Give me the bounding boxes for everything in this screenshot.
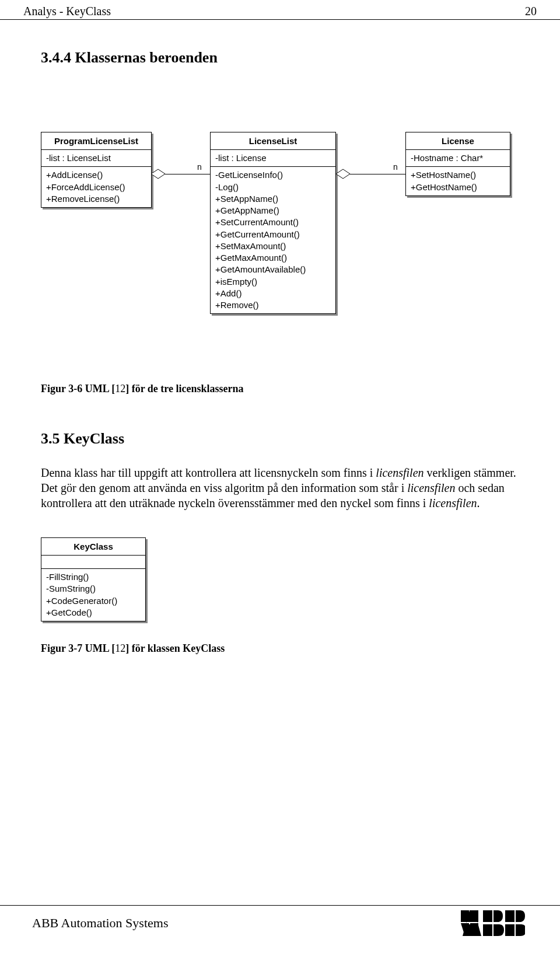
uml-operations: -FillString()-SumString()+CodeGenerator(…: [41, 569, 145, 621]
uml-line: +GetCurrentAmount(): [215, 229, 331, 240]
uml-line: +GetMaxAmount(): [215, 252, 331, 264]
aggregation-diamond-icon: [151, 169, 165, 179]
figure-caption-3-6: Figur 3-6 UML [12] för de tre licensklas…: [41, 383, 531, 395]
uml-class-programlicenselist: ProgramLicenseList -list : LicenseList +…: [41, 132, 152, 208]
uml-line: +GetAmountAvailable(): [215, 264, 331, 275]
uml-title: License: [406, 132, 510, 150]
section-heading-3-4-4: 3.4.4 Klassernas beroenden: [41, 49, 531, 67]
header-left: Analys - KeyClass: [23, 5, 111, 18]
uml-diagram-3-6: ProgramLicenseList -list : LicenseList +…: [41, 90, 531, 376]
uml-line: +RemoveLicense(): [46, 193, 146, 205]
uml-line: +GetCode(): [46, 607, 141, 619]
uml-connector: [165, 174, 210, 174]
uml-line: +SetCurrentAmount(): [215, 216, 331, 228]
uml-class-licenselist: LicenseList -list : License -GetLicenseI…: [210, 132, 336, 314]
page: Analys - KeyClass 20 3.4.4 Klassernas be…: [0, 0, 560, 957]
uml-class-keyclass: KeyClass -FillString()-SumString()+CodeG…: [41, 537, 146, 621]
caption-ref-number: 12: [115, 383, 125, 394]
uml-line: +Remove(): [215, 299, 331, 311]
uml-title: ProgramLicenseList: [41, 132, 151, 150]
multiplicity-label: n: [393, 162, 398, 172]
para-italic: licensfilen: [429, 497, 477, 509]
uml-line: +SetMaxAmount(): [215, 240, 331, 252]
uml-line: -list : License: [215, 152, 331, 164]
uml-line: +GetHostName(): [411, 181, 505, 193]
uml-line: -GetLicenseInfo(): [215, 169, 331, 181]
svg-marker-1: [336, 169, 350, 179]
footer-text: ABB Automation Systems: [32, 916, 168, 931]
uml-title: KeyClass: [41, 538, 145, 556]
aggregation-diamond-icon: [336, 169, 350, 179]
uml-connector: [350, 174, 405, 174]
uml-attributes: -list : LicenseList: [41, 150, 151, 167]
page-header: Analys - KeyClass 20: [0, 0, 560, 20]
para-italic: licensfilen: [407, 481, 455, 494]
section-heading-3-5: 3.5 KeyClass: [41, 430, 531, 448]
uml-line: +Add(): [215, 288, 331, 299]
header-page-number: 20: [525, 5, 537, 18]
svg-marker-0: [151, 169, 165, 179]
uml-line: -list : LicenseList: [46, 152, 146, 164]
uml-line: -Log(): [215, 181, 331, 193]
uml-class-license: License -Hostname : Char* +SetHostName()…: [405, 132, 510, 196]
uml-line: +SetHostName(): [411, 169, 505, 181]
uml-line: -FillString(): [46, 571, 141, 583]
uml-line: -Hostname : Char*: [411, 152, 505, 164]
para-text: .: [477, 497, 480, 509]
uml-title: LicenseList: [211, 132, 335, 150]
uml-operations: +SetHostName()+GetHostName(): [406, 167, 510, 195]
para-italic: licensfilen: [376, 466, 424, 479]
page-footer: ABB Automation Systems: [0, 905, 560, 936]
uml-attributes: -Hostname : Char*: [406, 150, 510, 167]
uml-operations: -GetLicenseInfo()-Log()+SetAppName()+Get…: [211, 167, 335, 313]
uml-line: -SumString(): [46, 583, 141, 595]
caption-prefix: Figur 3-6 UML: [41, 383, 111, 394]
uml-attributes-empty: [41, 556, 145, 569]
abb-logo-icon: [461, 910, 525, 936]
caption-suffix: för de tre licensklasserna: [129, 383, 243, 394]
uml-line: +GetAppName(): [215, 205, 331, 216]
uml-line: +SetAppName(): [215, 193, 331, 205]
uml-line: +isEmpty(): [215, 276, 331, 288]
uml-diagram-3-7: KeyClass -FillString()-SumString()+CodeG…: [41, 537, 169, 695]
content: 3.4.4 Klassernas beroenden ProgramLicens…: [0, 20, 560, 655]
uml-line: +ForceAddLicense(): [46, 181, 146, 193]
uml-line: +AddLicense(): [46, 169, 146, 181]
multiplicity-label: n: [197, 162, 202, 172]
uml-attributes: -list : License: [211, 150, 335, 167]
para-text: Denna klass har till uppgift att kontrol…: [41, 466, 376, 479]
uml-line: +CodeGenerator(): [46, 595, 141, 607]
body-paragraph: Denna klass har till uppgift att kontrol…: [41, 465, 531, 511]
uml-operations: +AddLicense()+ForceAddLicense()+RemoveLi…: [41, 167, 151, 207]
